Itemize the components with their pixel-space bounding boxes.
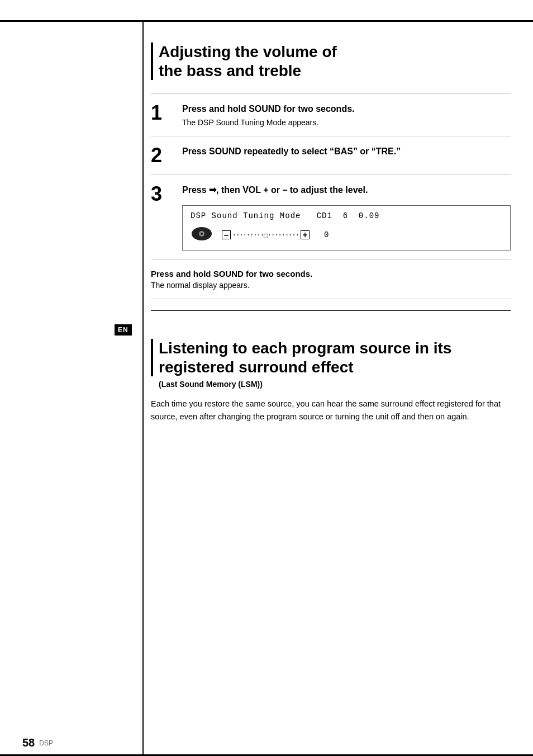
svg-point-2: [201, 233, 203, 235]
slider-cursor: □: [264, 231, 268, 239]
slider-track: ········· □ ·········: [232, 231, 299, 239]
slider-container: − ········· □ ········· +: [222, 230, 310, 239]
section2-body: Each time you restore the same source, y…: [151, 398, 511, 423]
step-1: 1 Press and hold SOUND for two seconds. …: [151, 93, 511, 135]
cd-svg: [191, 226, 213, 242]
step-2-number: 2: [151, 145, 175, 166]
step-2-heading: Press SOUND repeatedly to select “BAS” o…: [182, 145, 511, 158]
step-1-content: Press and hold SOUND for two seconds. Th…: [182, 103, 511, 126]
page-footer: 58 DSP: [22, 736, 53, 749]
step-3: 3 Press ➡, then VOL + or – to adjust the…: [151, 174, 511, 259]
slider-minus-icon: −: [222, 230, 231, 239]
lcd-row2: − ········· □ ········· + 0: [191, 226, 502, 244]
section2-title: Listening to each program source in its …: [151, 339, 511, 376]
left-border: [142, 20, 144, 756]
section2-subtitle: (Last Sound Memory (LSM)): [151, 380, 511, 389]
page-content: Adjusting the volume of the bass and tre…: [151, 20, 511, 756]
cd-icon: [191, 226, 213, 244]
slider-value: 0: [324, 230, 329, 239]
page-number: 58: [22, 736, 35, 749]
step-2-content: Press SOUND repeatedly to select “BAS” o…: [182, 145, 511, 160]
lcd-text: DSP Sound Tuning Mode CD1 6 0.09: [191, 211, 379, 220]
step-3-content: Press ➡, then VOL + or – to adjust the l…: [182, 184, 511, 251]
step-2: 2 Press SOUND repeatedly to select “BAS”…: [151, 136, 511, 174]
step-3-number: 3: [151, 184, 175, 204]
slider-plus-icon: +: [301, 230, 310, 239]
footer-note: Press and hold SOUND for two seconds. Th…: [151, 259, 511, 299]
step-1-number: 1: [151, 103, 175, 123]
footer-note-heading: Press and hold SOUND for two seconds.: [151, 269, 511, 278]
step-1-heading: Press and hold SOUND for two seconds.: [182, 103, 511, 115]
footer-note-sub: The normal display appears.: [151, 281, 511, 290]
lcd-display: DSP Sound Tuning Mode CD1 6 0.09: [182, 205, 511, 251]
page-label: DSP: [39, 739, 53, 747]
section-2: Listening to each program source in its …: [151, 311, 511, 424]
section1-title: Adjusting the volume of the bass and tre…: [151, 42, 511, 80]
step-3-heading: Press ➡, then VOL + or – to adjust the l…: [182, 184, 511, 196]
en-badge: EN: [115, 324, 132, 336]
section-1: Adjusting the volume of the bass and tre…: [151, 20, 511, 311]
step-1-sub: The DSP Sound Tuning Mode appears.: [182, 118, 511, 127]
lcd-row1: DSP Sound Tuning Mode CD1 6 0.09: [191, 211, 502, 220]
